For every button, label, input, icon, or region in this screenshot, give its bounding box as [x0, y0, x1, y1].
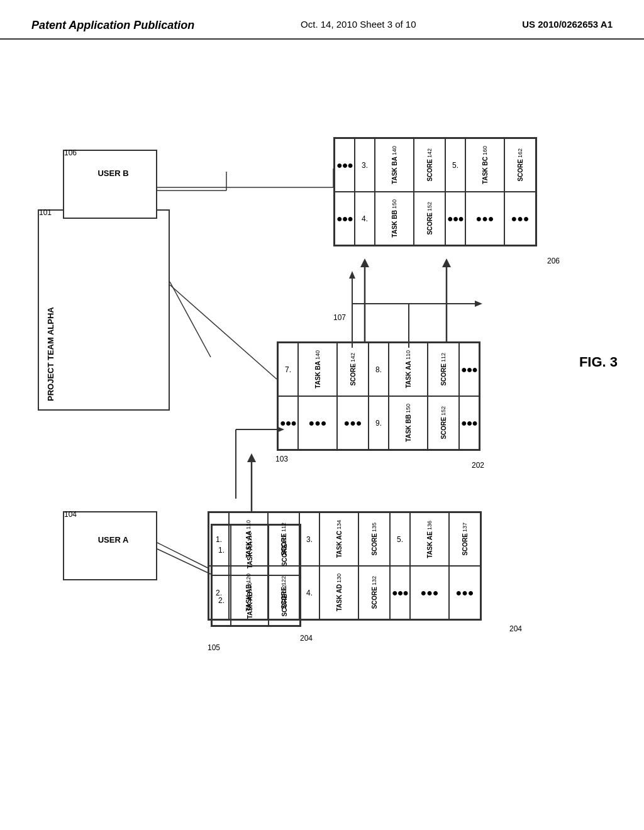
svg-marker-13 [247, 453, 256, 462]
score-b8-name: SCORE [440, 363, 447, 386]
score-c3-ref: 142 [426, 148, 433, 158]
table-c-dots-left: ●●● ●●● [335, 138, 355, 245]
table-a: 1. 2. 110 TASK AA 120 TASK AB 112 SCORE [208, 511, 482, 621]
table-c-tasks5: 160 TASK BC ●●● [465, 138, 504, 245]
score-a5-name: SCORE [462, 533, 469, 556]
table-b-tasks89: 110 TASK AA 150 TASK BB [389, 343, 428, 450]
score-a4-name: SCORE [371, 587, 378, 609]
table-b-num7: 7. ●●● [278, 343, 298, 450]
table-c-inner: ●●● ●●● 3. 4. 140 TASK BA 150 TASK BB [335, 138, 536, 245]
fig-label: FIG. 3 [579, 354, 618, 370]
score-a3-ref: 135 [371, 523, 377, 532]
score-b-dots-icon: ●●● [344, 418, 362, 429]
svg-marker-4 [349, 271, 355, 279]
table-a-ref-label: 204 [509, 624, 522, 633]
task-a5-ref: 136 [426, 521, 433, 530]
dots-c-left2-icon: ●●● [336, 213, 353, 224]
score-a1-name: SCORE [280, 533, 287, 556]
task-a3: 134 TASK AC [319, 512, 358, 566]
header: Patent Application Publication Oct. 14, … [0, 0, 644, 40]
table-a-nums: 1. 2. [209, 512, 229, 619]
score-b9-ref: 152 [440, 406, 447, 416]
dots-c-left1-icon: ●●● [336, 160, 353, 171]
score-a-dots: ●●● [449, 566, 480, 619]
table-b-inner: 7. ●●● 140 TASK BA ●●● 142 SCORE [278, 343, 479, 450]
task-c4: 150 TASK BB [375, 192, 414, 245]
task-a3-name: TASK AC [336, 531, 343, 558]
num-b7: 7. [278, 343, 298, 396]
dots-c-left1: ●●● [335, 138, 355, 192]
publication-title: Patent Application Publication [31, 19, 194, 32]
table-b-arrow-ref: 103 [275, 455, 288, 463]
dots-c-left2: ●●● [335, 192, 355, 245]
score-a2-ref: 122 [280, 576, 287, 585]
score-c4-name: SCORE [426, 213, 433, 235]
header-date-sheet: Oct. 14, 2010 Sheet 3 of 10 [301, 19, 416, 30]
task-c5-name: TASK BC [482, 157, 489, 184]
table-a-tasks34: 134 TASK AC 130 TASK AD [319, 512, 358, 619]
dots-a5: ●●● [390, 566, 410, 619]
num-a3: 3. [299, 512, 319, 566]
user-a-ref: 104 [64, 510, 77, 519]
table-c-tasks3: 140 TASK BA 150 TASK BB [375, 138, 414, 245]
svg-line-8 [170, 282, 211, 357]
task-b9-name: TASK BB [405, 414, 412, 442]
table-b-tasks7: 140 TASK BA ●●● [298, 343, 337, 450]
score-a2: 122 SCORE [268, 566, 299, 619]
score-a3-name: SCORE [371, 533, 378, 556]
score-b-dots: ●●● [337, 396, 369, 450]
score-c-dots: ●●● [504, 192, 536, 245]
dots-b-left-icon: ●●● [280, 418, 296, 429]
task-c-dots-icon: ●●● [476, 213, 494, 224]
num-c5: 5. [445, 138, 465, 192]
score-a5: 137 SCORE [449, 512, 480, 566]
task-a1-name: TASK AA [245, 531, 252, 558]
score-c4-ref: 152 [426, 202, 433, 211]
task-b-dots: ●●● [298, 396, 337, 450]
table-a-scores5: 137 SCORE ●●● [449, 512, 480, 619]
task-a3-ref: 134 [336, 520, 342, 529]
task-a2: 120 TASK AB [229, 566, 268, 619]
table-c-scores5: 162 SCORE ●●● [504, 138, 536, 245]
dots-c-right2: ●●● [445, 192, 465, 245]
task-b7-name: TASK BA [314, 361, 321, 389]
user-b-ref: 106 [64, 148, 77, 157]
project-ref: 101 [39, 208, 52, 217]
score-a4: 132 SCORE [358, 566, 390, 619]
table-b-dots-right: ●●● ●●● [459, 343, 479, 450]
dots-b-right2-icon: ●●● [461, 418, 477, 429]
num-c4: 4. [355, 192, 375, 245]
num-a2: 2. [209, 566, 229, 619]
table-b-scores89: 112 SCORE 152 SCORE [428, 343, 459, 450]
task-a-dots-icon: ●●● [421, 587, 439, 599]
task-a2-name: TASK AB [245, 584, 252, 611]
task-a-dots: ●●● [410, 566, 449, 619]
task-a4-ref: 130 [336, 573, 342, 583]
patent-number: US 2010/0262653 A1 [522, 19, 613, 30]
score-a4-ref: 132 [371, 576, 377, 585]
task-b-dots-icon: ●●● [309, 418, 327, 429]
dots-c-right2-icon: ●●● [447, 213, 464, 224]
user-b-box [63, 150, 157, 219]
table-c-arrow-ref: 107 [333, 313, 346, 322]
score-c4: 152 SCORE [414, 192, 445, 245]
project-label: PROJECT TEAM ALPHA [45, 225, 57, 401]
task-a4: 130 TASK AD [319, 566, 358, 619]
user-a-box [63, 511, 157, 580]
task-b8: 110 TASK AA [389, 343, 428, 396]
score-a5-ref: 137 [462, 523, 468, 532]
task-c3: 140 TASK BA [375, 138, 414, 192]
num-a1: 1. [209, 512, 229, 566]
task-c3-ref: 140 [391, 146, 397, 155]
svg-marker-16 [360, 258, 369, 267]
task-c3-name: TASK BA [391, 157, 398, 184]
table-b: 7. ●●● 140 TASK BA ●●● 142 SCORE [277, 341, 480, 451]
table-a-num3: 3. 4. [299, 512, 319, 619]
task-c5: 160 TASK BC [465, 138, 504, 192]
score-b8: 112 SCORE [428, 343, 459, 396]
score-a1: 112 SCORE [268, 512, 299, 566]
score-b9-name: SCORE [440, 417, 447, 440]
table-c-num3: 3. 4. [355, 138, 375, 245]
table-b-ref-label: 202 [472, 461, 484, 470]
score-c3-name: SCORE [426, 159, 433, 182]
